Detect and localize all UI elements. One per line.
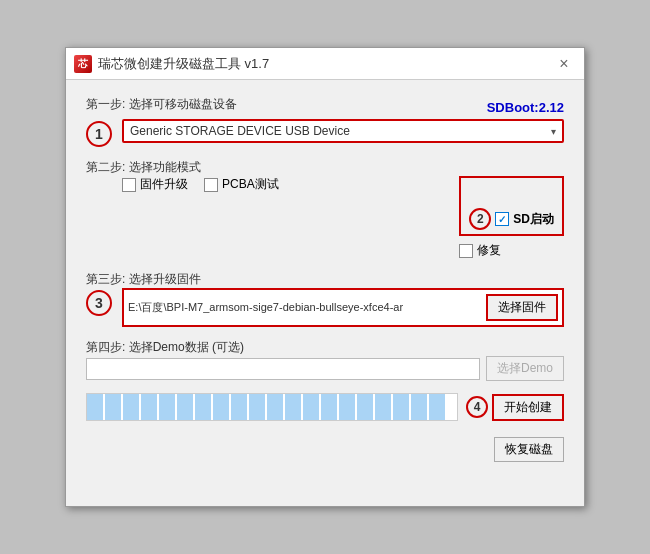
close-button[interactable]: × xyxy=(552,52,576,76)
bottom-buttons: 恢复磁盘 xyxy=(86,437,564,462)
window-title: 瑞芯微创建升级磁盘工具 v1.7 xyxy=(98,55,269,73)
progress-seg-10 xyxy=(249,394,267,420)
start-create-button[interactable]: 开始创建 xyxy=(492,394,564,421)
repair-checkbox[interactable] xyxy=(459,244,473,258)
step1-number: 1 xyxy=(86,121,112,147)
progress-wrapper: 4 开始创建 xyxy=(86,393,564,421)
progress-seg-13 xyxy=(303,394,321,420)
step2-row: 2 固件升级 PCBA测试 2 xyxy=(86,176,564,259)
step1-label: 第一步: 选择可移动磁盘设备 xyxy=(86,96,237,113)
progress-seg-11 xyxy=(267,394,285,420)
demo-path-input[interactable] xyxy=(86,358,480,380)
step4-label: 第四步: 选择Demo数据 (可选) xyxy=(86,340,244,354)
sd-boot-wrapper: 2 ✓ SD启动 xyxy=(469,208,554,230)
mode-options: 固件升级 PCBA测试 2 2 xyxy=(122,176,564,259)
firmware-path-input[interactable] xyxy=(128,302,480,314)
step1-section: 第一步: 选择可移动磁盘设备 SDBoot:2.12 1 Generic STO… xyxy=(86,96,564,147)
firmware-upgrade-option[interactable]: 固件升级 xyxy=(122,176,188,193)
checkmark-icon: ✓ xyxy=(498,214,506,225)
progress-seg-8 xyxy=(213,394,231,420)
titlebar-left: 芯 瑞芯微创建升级磁盘工具 v1.7 xyxy=(74,55,269,73)
progress-seg-9 xyxy=(231,394,249,420)
main-window: 芯 瑞芯微创建升级磁盘工具 v1.7 × 第一步: 选择可移动磁盘设备 SDBo… xyxy=(65,47,585,507)
progress-seg-19 xyxy=(411,394,429,420)
progress-seg-17 xyxy=(375,394,393,420)
step1-header: 第一步: 选择可移动磁盘设备 SDBoot:2.12 xyxy=(86,96,564,119)
select-firmware-button[interactable]: 选择固件 xyxy=(486,294,558,321)
progress-right: 4 开始创建 xyxy=(466,394,564,421)
progress-seg-4 xyxy=(141,394,159,420)
device-dropdown[interactable]: Generic STORAGE DEVICE USB Device ▾ xyxy=(122,119,564,143)
sd-repair-group: 2 2 ✓ SD启动 xyxy=(459,176,564,259)
step3-row: 3 选择固件 xyxy=(86,288,564,327)
pcba-test-option[interactable]: PCBA测试 xyxy=(204,176,279,193)
progress-bar xyxy=(86,393,458,421)
step3-section: 第三步: 选择升级固件 3 选择固件 xyxy=(86,271,564,327)
progress-seg-6 xyxy=(177,394,195,420)
pcba-test-label: PCBA测试 xyxy=(222,176,279,193)
sd-boot-inner: 2 ✓ SD启动 xyxy=(469,208,554,230)
demo-row: 选择Demo xyxy=(86,356,564,381)
start-btn-row: 4 开始创建 xyxy=(466,394,564,421)
sd-boot-group: 2 2 ✓ SD启动 xyxy=(459,176,564,236)
progress-seg-16 xyxy=(357,394,375,420)
firmware-row: 选择固件 xyxy=(122,288,564,327)
app-icon: 芯 xyxy=(74,55,92,73)
repair-label: 修复 xyxy=(477,242,501,259)
sdboot-version: SDBoot:2.12 xyxy=(487,100,564,115)
firmware-upgrade-checkbox[interactable] xyxy=(122,178,136,192)
firmware-upgrade-label: 固件升级 xyxy=(140,176,188,193)
step3-number: 3 xyxy=(86,290,112,316)
progress-seg-20 xyxy=(429,394,447,420)
step4-circle: 4 xyxy=(466,396,488,418)
step2-label: 第二步: 选择功能模式 xyxy=(86,160,201,174)
select-demo-button: 选择Demo xyxy=(486,356,564,381)
repair-option[interactable]: 修复 xyxy=(459,242,501,259)
progress-seg-3 xyxy=(123,394,141,420)
sd-boot-label: SD启动 xyxy=(513,211,554,228)
progress-seg-12 xyxy=(285,394,303,420)
step4-section: 第四步: 选择Demo数据 (可选) 选择Demo xyxy=(86,339,564,381)
device-dropdown-text: Generic STORAGE DEVICE USB Device xyxy=(130,124,551,138)
progress-seg-14 xyxy=(321,394,339,420)
pcba-test-checkbox[interactable] xyxy=(204,178,218,192)
progress-seg-2 xyxy=(105,394,123,420)
progress-seg-18 xyxy=(393,394,411,420)
progress-seg-1 xyxy=(87,394,105,420)
dropdown-arrow-icon: ▾ xyxy=(551,126,556,137)
content-area: 第一步: 选择可移动磁盘设备 SDBoot:2.12 1 Generic STO… xyxy=(66,80,584,506)
sd-boot-checkbox[interactable]: ✓ xyxy=(495,212,509,226)
progress-seg-5 xyxy=(159,394,177,420)
step2-circle: 2 xyxy=(469,208,491,230)
step1-row: 1 Generic STORAGE DEVICE USB Device ▾ xyxy=(86,119,564,147)
step1-content: Generic STORAGE DEVICE USB Device ▾ xyxy=(122,119,564,143)
step2-section: 第二步: 选择功能模式 2 固件升级 PCBA测试 2 xyxy=(86,159,564,259)
progress-seg-15 xyxy=(339,394,357,420)
titlebar: 芯 瑞芯微创建升级磁盘工具 v1.7 × xyxy=(66,48,584,80)
progress-seg-7 xyxy=(195,394,213,420)
restore-disk-button[interactable]: 恢复磁盘 xyxy=(494,437,564,462)
sd-boot-option[interactable]: ✓ SD启动 xyxy=(495,211,554,228)
step3-label: 第三步: 选择升级固件 xyxy=(86,272,201,286)
